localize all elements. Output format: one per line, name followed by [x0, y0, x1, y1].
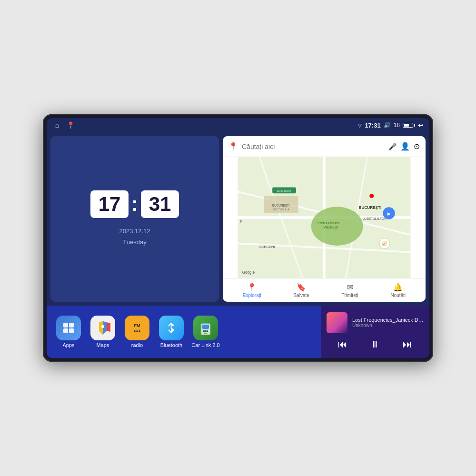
status-left-icons: ⌂ 📍 — [52, 120, 75, 130]
clock-minutes: 31 — [141, 190, 179, 218]
music-player: Lost Frequencies_Janieck Devy-... Unknow… — [321, 306, 429, 358]
svg-rect-25 — [63, 323, 68, 327]
bottom-row: Apps Maps — [47, 306, 429, 358]
apps-label: Apps — [62, 342, 74, 348]
svg-text:Leroy Merlin: Leroy Merlin — [277, 189, 291, 192]
main-area: 17 : 31 2023.12.12 Tuesday 📍 🎤 👤 — [47, 132, 429, 306]
svg-text:▶: ▶ — [387, 211, 391, 216]
music-controls: ⏮ ⏸ ⏭ — [327, 337, 424, 352]
svg-rect-34 — [207, 330, 208, 332]
svg-text:Văcărești: Văcărești — [323, 225, 338, 229]
saved-icon: 🔖 — [297, 283, 306, 292]
maps-label: Maps — [97, 342, 109, 348]
account-icon[interactable]: 👤 — [400, 142, 410, 151]
car-screen: ⌂ 📍 ▽ 17:31 🔊 18 ↩ 17 — [47, 118, 429, 358]
map-search-input[interactable] — [242, 143, 385, 150]
left-panel: 17 : 31 2023.12.12 Tuesday — [47, 132, 223, 306]
map-nav-explore[interactable]: 📍 Explorați — [243, 283, 261, 298]
bluetooth-label: Bluetooth — [160, 342, 182, 348]
maps-app-icon — [90, 316, 115, 340]
news-icon: 🔔 — [393, 283, 403, 292]
clock-colon: : — [131, 193, 138, 216]
maps-status-icon[interactable]: 📍 — [66, 120, 75, 130]
svg-rect-33 — [205, 330, 207, 332]
map-area[interactable]: Parcul Natural Văcărești BUCUREȘTI SECTO… — [223, 157, 426, 278]
bluetooth-icon-svg — [165, 321, 178, 335]
svg-text:BERCENI: BERCENI — [259, 245, 275, 249]
maps-icon-svg — [95, 320, 110, 336]
svg-rect-28 — [69, 328, 74, 333]
music-title: Lost Frequencies_Janieck Devy-... — [352, 317, 424, 323]
car-unit-device: ⌂ 📍 ▽ 17:31 🔊 18 ↩ 17 — [43, 114, 433, 362]
app-item-apps[interactable]: Apps — [54, 316, 83, 348]
svg-rect-35 — [204, 333, 208, 334]
send-label: Trimiteți — [342, 293, 358, 298]
clock-date: 2023.12.12 Tuesday — [119, 226, 150, 248]
app-item-bluetooth[interactable]: Bluetooth — [157, 316, 186, 348]
send-icon: ✉ — [347, 283, 353, 292]
map-bottom-bar: 📍 Explorați 🔖 Salvate ✉ Trimiteți 🔔 Nout… — [223, 278, 426, 302]
radio-label: radio — [131, 342, 143, 348]
svg-text:BUCUREȘTI: BUCUREȘTI — [359, 206, 382, 210]
app-item-radio[interactable]: FM ●●● radio — [123, 316, 151, 348]
clock-hours: 17 — [90, 190, 129, 218]
apps-row: Apps Maps — [47, 306, 321, 358]
music-top: Lost Frequencies_Janieck Devy-... Unknow… — [327, 312, 424, 333]
music-info: Lost Frequencies_Janieck Devy-... Unknow… — [352, 317, 424, 328]
svg-text:Google: Google — [242, 270, 255, 275]
apps-icon — [56, 316, 81, 340]
next-button[interactable]: ⏭ — [399, 337, 416, 352]
prev-button[interactable]: ⏮ — [334, 337, 351, 352]
radio-icon: FM ●●● — [125, 316, 149, 340]
carlink-icon — [193, 316, 218, 340]
explore-label: Explorați — [243, 293, 261, 298]
app-item-carlink[interactable]: Car Link 2.0 — [191, 316, 220, 348]
map-nav-saved[interactable]: 🔖 Salvate — [293, 283, 309, 298]
time-display: 17:31 — [365, 122, 380, 129]
map-svg: Parcul Natural Văcărești BUCUREȘTI SECTO… — [223, 157, 426, 278]
status-right-icons: ▽ 17:31 🔊 18 ↩ — [358, 121, 424, 129]
svg-rect-31 — [202, 325, 209, 329]
back-icon[interactable]: ↩ — [418, 121, 424, 129]
svg-point-29 — [101, 325, 104, 328]
battery-level: 18 — [394, 122, 400, 129]
explore-icon: 📍 — [247, 283, 257, 292]
svg-rect-27 — [63, 328, 68, 333]
mic-icon[interactable]: 🎤 — [388, 143, 397, 150]
bluetooth-icon — [159, 316, 184, 340]
svg-text:SECTORUL 4: SECTORUL 4 — [273, 208, 289, 211]
svg-text:JUDEȚUL ILFOV: JUDEȚUL ILFOV — [363, 217, 387, 221]
layers-icon[interactable]: ⊙ — [414, 142, 420, 151]
music-artist: Unknown — [352, 323, 424, 328]
svg-text:Parcul Natural: Parcul Natural — [317, 221, 339, 225]
signal-icon: ▽ — [358, 123, 362, 128]
svg-rect-32 — [203, 330, 205, 332]
clock-digits: 17 : 31 — [90, 190, 179, 218]
album-art — [327, 312, 347, 333]
map-nav-news[interactable]: 🔔 Noutăți — [390, 283, 406, 298]
status-bar: ⌂ 📍 ▽ 17:31 🔊 18 ↩ — [47, 118, 429, 132]
carlink-label: Car Link 2.0 — [191, 342, 219, 348]
battery-icon — [403, 123, 415, 128]
svg-text:și: și — [240, 219, 242, 223]
carlink-icon-svg — [198, 321, 213, 335]
svg-rect-26 — [69, 323, 74, 327]
saved-label: Salvate — [293, 293, 309, 298]
svg-text:BUCUREȘTI: BUCUREȘTI — [272, 204, 290, 208]
play-pause-button[interactable]: ⏸ — [367, 337, 384, 352]
map-pin-icon: 📍 — [228, 142, 238, 151]
map-panel: 📍 🎤 👤 ⊙ — [223, 136, 426, 302]
clock-widget: 17 : 31 2023.12.12 Tuesday — [50, 136, 219, 302]
map-search-bar: 📍 🎤 👤 ⊙ — [223, 136, 426, 157]
apps-grid-icon — [62, 321, 75, 335]
map-nav-send[interactable]: ✉ Trimiteți — [342, 283, 358, 298]
svg-text:🧭: 🧭 — [382, 241, 388, 247]
volume-icon: 🔊 — [384, 122, 391, 129]
app-item-maps[interactable]: Maps — [89, 316, 117, 348]
news-label: Noutăți — [390, 293, 406, 298]
home-icon[interactable]: ⌂ — [52, 120, 62, 130]
svg-point-23 — [369, 194, 374, 198]
